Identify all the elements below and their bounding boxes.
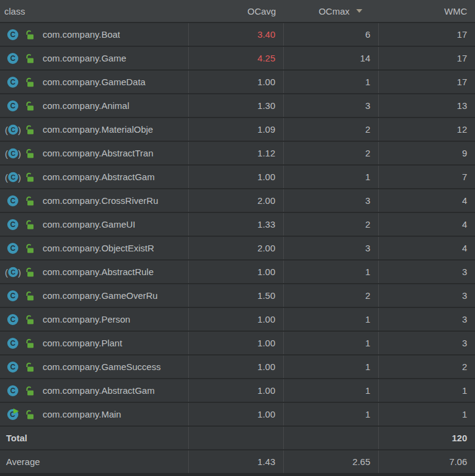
summary-label: Average <box>0 450 189 473</box>
column-header-ocmax[interactable]: OCmax <box>284 0 379 22</box>
column-header-ocavg[interactable]: OCavg <box>189 0 284 22</box>
lock-icon <box>24 147 34 159</box>
wmc-value: 3 <box>379 261 475 283</box>
runnable-class-icon: C <box>4 408 21 421</box>
lock-icon <box>24 337 34 349</box>
table-body: C com.company.Boat3.40617 C com.company.… <box>0 23 475 474</box>
svg-text:C: C <box>10 173 15 180</box>
wmc-summary-value: 120 <box>379 427 475 449</box>
table-row[interactable]: C com.company.GameSuccess1.0012 <box>0 355 475 379</box>
summary-row[interactable]: Average1.432.657.06 <box>0 450 475 474</box>
lock-icon <box>24 361 34 373</box>
class-name: com.company.GameData <box>43 77 146 87</box>
table-row[interactable]: C com.company.Boat3.40617 <box>0 23 475 47</box>
class-icon: C <box>4 290 21 302</box>
svg-text:C: C <box>10 30 16 39</box>
svg-text:): ) <box>18 148 21 158</box>
wmc-value: 3 <box>379 332 475 354</box>
ocmax-value: 3 <box>284 237 379 259</box>
abstract-class-icon: ( C ) <box>4 171 21 183</box>
wmc-value: 17 <box>379 23 475 46</box>
class-name: com.company.AbstractTran <box>43 148 153 158</box>
class-cell: ( C ) com.company.MaterialObje <box>0 118 189 141</box>
class-cell: C com.company.GameData <box>0 71 189 93</box>
svg-text:C: C <box>10 197 16 205</box>
table-row[interactable]: C com.company.Main1.0011 <box>0 403 475 427</box>
class-name: com.company.Boat <box>43 29 120 40</box>
summary-row[interactable]: Total120 <box>0 427 475 450</box>
lock-icon <box>24 219 34 231</box>
abstract-class-icon: ( C ) <box>4 266 21 278</box>
ocmax-summary-value <box>284 427 379 449</box>
table-row[interactable]: C com.company.CrossRiverRu2.0034 <box>0 189 475 213</box>
svg-text:(: ( <box>5 124 8 135</box>
table-row[interactable]: C com.company.GameOverRu1.5023 <box>0 284 475 308</box>
wmc-value: 4 <box>379 189 475 212</box>
class-cell: C com.company.Boat <box>0 23 189 46</box>
class-icon: C <box>4 337 21 349</box>
svg-text:C: C <box>10 292 16 300</box>
ocavg-value: 2.00 <box>189 237 284 259</box>
table-row[interactable]: C com.company.ObjectExistR2.0034 <box>0 237 475 261</box>
class-icon: C <box>4 195 21 207</box>
wmc-value: 13 <box>379 94 475 117</box>
wmc-summary-value: 7.06 <box>379 450 475 473</box>
ocavg-value: 1.12 <box>189 142 284 164</box>
class-icon: C <box>4 385 21 397</box>
table-row[interactable]: ( C ) com.company.MaterialObje1.09212 <box>0 118 475 142</box>
table-row[interactable]: C com.company.AbstractGam1.0011 <box>0 379 475 403</box>
lock-icon <box>24 242 34 254</box>
class-icon: C <box>4 313 21 326</box>
table-row[interactable]: C com.company.GameUI1.3324 <box>0 213 475 237</box>
class-cell: C com.company.GameSuccess <box>0 355 189 378</box>
wmc-value: 4 <box>379 237 475 259</box>
ocavg-value: 1.00 <box>189 403 284 425</box>
wmc-value: 9 <box>379 142 475 164</box>
svg-text:C: C <box>10 339 16 348</box>
class-name: com.company.GameSuccess <box>43 362 161 372</box>
lock-icon <box>24 171 34 183</box>
ocavg-summary-value <box>189 427 284 449</box>
class-name: com.company.Animal <box>43 100 129 111</box>
wmc-value: 17 <box>379 47 475 69</box>
svg-text:C: C <box>10 78 16 86</box>
wmc-value: 1 <box>379 379 475 402</box>
table-row[interactable]: ( C ) com.company.AbstractTran1.1229 <box>0 142 475 166</box>
lock-icon <box>24 124 34 136</box>
table-row[interactable]: C com.company.Person1.0013 <box>0 308 475 332</box>
column-header-wmc[interactable]: WMC <box>379 0 475 22</box>
class-icon: C <box>4 52 21 65</box>
table-header: class OCavg OCmax WMC <box>0 0 475 23</box>
ocavg-value: 2.00 <box>189 189 284 212</box>
class-cell: ( C ) com.company.AbstractTran <box>0 142 189 164</box>
class-cell: C com.company.Person <box>0 308 189 331</box>
lock-icon <box>24 408 34 421</box>
ocmax-value: 1 <box>284 261 379 283</box>
table-row[interactable]: C com.company.Plant1.0013 <box>0 332 475 355</box>
svg-text:(: ( <box>5 148 8 158</box>
ocavg-value: 1.00 <box>189 261 284 283</box>
ocmax-value: 6 <box>284 23 379 46</box>
table-row[interactable]: C com.company.Game4.251417 <box>0 47 475 71</box>
lock-icon <box>24 195 34 207</box>
table-row[interactable]: C com.company.GameData1.00117 <box>0 71 475 94</box>
class-cell: C com.company.Animal <box>0 94 189 117</box>
class-icon: C <box>4 76 21 88</box>
column-header-class[interactable]: class <box>0 0 189 22</box>
wmc-value: 2 <box>379 355 475 378</box>
class-icon: C <box>4 100 21 112</box>
table-row[interactable]: ( C ) com.company.AbstractGam1.0017 <box>0 166 475 189</box>
ocmax-value: 2 <box>284 142 379 164</box>
svg-text:C: C <box>10 149 15 156</box>
wmc-value: 7 <box>379 166 475 188</box>
table-row[interactable]: ( C ) com.company.AbstractRule1.0013 <box>0 261 475 284</box>
class-name: com.company.GameUI <box>43 219 135 229</box>
svg-text:C: C <box>10 102 16 110</box>
class-cell: C com.company.GameUI <box>0 213 189 236</box>
class-name: com.company.MaterialObje <box>43 124 153 135</box>
class-cell: C com.company.Plant <box>0 332 189 354</box>
table-row[interactable]: C com.company.Animal1.30313 <box>0 94 475 118</box>
svg-text:C: C <box>10 244 16 253</box>
abstract-class-icon: ( C ) <box>4 147 21 159</box>
class-name: com.company.Plant <box>43 338 122 348</box>
